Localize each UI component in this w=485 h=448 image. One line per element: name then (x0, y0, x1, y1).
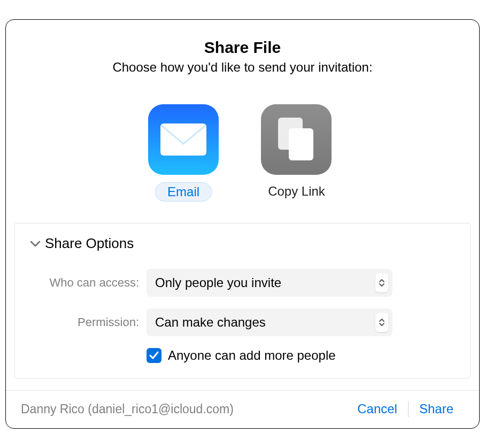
copy-link-icon (261, 104, 332, 175)
share-method-copy-link-label: Copy Link (256, 182, 337, 200)
permission-row: Permission: Can make changes (30, 308, 455, 336)
dialog-footer: Danny Rico (daniel_rico1@icloud.com) Can… (6, 390, 479, 428)
access-row: Who can access: Only people you invite (30, 269, 455, 297)
svg-rect-2 (289, 128, 313, 160)
share-file-dialog: Share File Choose how you'd like to send… (5, 19, 480, 429)
share-method-email-label: Email (155, 182, 212, 202)
access-select-value: Only people you invite (155, 275, 375, 290)
access-select[interactable]: Only people you invite (147, 269, 392, 297)
dialog-title: Share File (17, 38, 468, 57)
permission-select[interactable]: Can make changes (147, 308, 392, 336)
share-options-panel: Share Options Who can access: Only peopl… (14, 223, 471, 379)
chevron-down-icon (30, 240, 41, 248)
access-label: Who can access: (30, 276, 147, 290)
add-people-row: Anyone can add more people (30, 348, 455, 363)
add-people-label: Anyone can add more people (168, 348, 336, 363)
svg-rect-0 (160, 123, 206, 156)
updown-icon (375, 273, 388, 292)
dialog-header: Share File Choose how you'd like to send… (6, 20, 479, 80)
share-methods: Email Copy Link (6, 80, 479, 218)
cancel-button[interactable]: Cancel (347, 399, 408, 419)
mail-icon (148, 104, 219, 175)
footer-actions: Cancel Share (347, 399, 464, 419)
share-method-copy-link[interactable]: Copy Link (256, 104, 337, 202)
share-options-toggle[interactable]: Share Options (30, 235, 455, 252)
permission-label: Permission: (30, 315, 147, 329)
share-options-title: Share Options (45, 235, 134, 252)
user-info: Danny Rico (daniel_rico1@icloud.com) (21, 402, 347, 416)
permission-select-value: Can make changes (155, 315, 375, 330)
share-method-email[interactable]: Email (148, 104, 219, 202)
check-icon (149, 351, 159, 360)
updown-icon (375, 313, 388, 332)
dialog-subtitle: Choose how you'd like to send your invit… (17, 60, 468, 75)
add-people-checkbox[interactable] (147, 348, 161, 363)
share-button[interactable]: Share (409, 399, 464, 419)
